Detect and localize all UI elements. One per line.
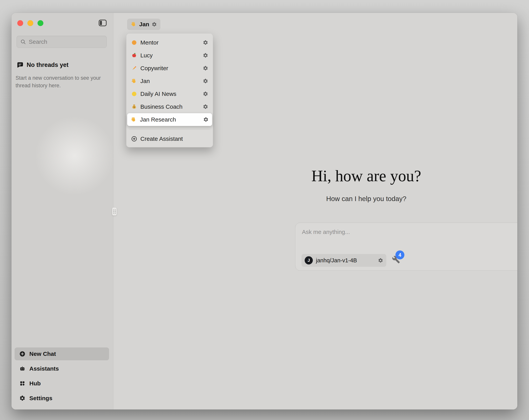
empty-state-subtitle: Start a new conversation to see your thr… — [15, 74, 102, 89]
assistant-menu-item-daily-ai-news[interactable]: Daily AI News — [128, 87, 212, 100]
apple-emoji — [131, 52, 137, 58]
assistant-menu-item-label: Daily AI News — [140, 91, 200, 97]
assistant-menu-item-label: Jan Research — [140, 116, 200, 123]
settings-label: Settings — [29, 395, 52, 402]
new-chat-label: New Chat — [29, 351, 56, 357]
create-assistant-button[interactable]: Create Assistant — [128, 132, 212, 145]
assistant-menu-item-copywriter[interactable]: Copywriter — [128, 62, 212, 75]
money-bag-emoji — [131, 104, 137, 110]
window-controls — [17, 20, 43, 26]
yellow-circle-emoji — [131, 91, 137, 97]
pencil-emoji — [131, 65, 137, 71]
minimize-window-button[interactable] — [27, 20, 33, 26]
orange-circle-emoji — [131, 40, 137, 46]
gear-icon[interactable] — [203, 53, 208, 58]
sidebar-nav: New Chat Assistants Hub Settings — [14, 348, 109, 405]
gear-icon — [19, 395, 26, 401]
gear-icon[interactable] — [203, 40, 208, 45]
background-blur-blob — [33, 114, 117, 198]
empty-state-header: No threads yet — [16, 61, 68, 68]
sidebar-item-assistants[interactable]: Assistants — [14, 362, 109, 375]
plus-circle-icon — [19, 351, 26, 357]
close-window-button[interactable] — [17, 20, 23, 26]
hub-label: Hub — [29, 380, 41, 387]
model-avatar: J — [305, 256, 313, 264]
search-input[interactable] — [29, 39, 104, 45]
model-selector[interactable]: J janhq/Jan-v1-4B — [302, 254, 386, 267]
assistant-menu-item-label: Jan — [140, 78, 200, 84]
sidebar-resize-handle[interactable] — [112, 207, 117, 216]
gear-icon[interactable] — [203, 117, 209, 122]
assistant-menu-item-lucy[interactable]: Lucy — [128, 49, 212, 62]
wave-emoji — [131, 21, 137, 27]
assistant-menu-item-label: Copywriter — [140, 65, 200, 72]
assistant-menu-item-jan[interactable]: Jan — [128, 75, 212, 87]
assistant-dropdown-menu: Mentor Lucy Copywriter Jan Daily AI News… — [126, 33, 213, 147]
sidebar-item-hub[interactable]: Hub — [14, 377, 109, 390]
search-field[interactable] — [16, 36, 107, 48]
empty-state-title: No threads yet — [27, 61, 68, 68]
create-assistant-label: Create Assistant — [140, 135, 208, 142]
gear-icon[interactable] — [203, 66, 208, 71]
wave-emoji — [131, 78, 137, 84]
gear-icon[interactable] — [203, 104, 208, 109]
chat-bubble-icon — [16, 61, 24, 68]
search-icon — [20, 39, 26, 45]
sidebar-item-settings[interactable]: Settings — [14, 392, 109, 405]
robot-icon — [19, 366, 26, 372]
tools-count-badge: 4 — [396, 250, 404, 259]
grid-icon — [19, 380, 26, 387]
wave-emoji — [131, 116, 137, 123]
assistant-menu-item-business-coach[interactable]: Business Coach — [128, 100, 212, 113]
greeting-title: Hi, how are you? — [215, 167, 517, 185]
assistant-menu-item-label: Business Coach — [140, 103, 200, 110]
assistant-menu-item-jan-research[interactable]: Jan Research — [127, 113, 212, 126]
app-window: No threads yet Start a new conversation … — [12, 13, 517, 409]
assistant-switcher[interactable]: Jan — [127, 19, 160, 30]
gear-icon[interactable] — [203, 91, 208, 97]
assistant-menu-item-mentor[interactable]: Mentor — [128, 36, 212, 49]
sidebar: No threads yet Start a new conversation … — [12, 13, 113, 409]
model-settings-gear-icon[interactable] — [378, 258, 383, 263]
plus-circle-icon — [131, 136, 137, 142]
current-assistant-name: Jan — [139, 21, 149, 27]
chat-composer: J janhq/Jan-v1-4B 4 — [295, 223, 517, 271]
tools-button[interactable]: 4 — [392, 256, 401, 264]
assistant-menu-item-label: Mentor — [140, 39, 200, 46]
menu-separator — [130, 129, 210, 129]
zoom-window-button[interactable] — [38, 20, 43, 26]
chat-input[interactable] — [295, 223, 517, 244]
model-name: janhq/Jan-v1-4B — [316, 257, 375, 264]
gear-icon[interactable] — [203, 78, 208, 84]
assistants-label: Assistants — [29, 365, 59, 372]
greeting-subtitle: How can I help you today? — [215, 195, 517, 203]
new-chat-button[interactable]: New Chat — [14, 348, 109, 360]
assistant-menu-item-label: Lucy — [140, 52, 200, 59]
assistant-settings-gear-icon[interactable] — [152, 22, 157, 27]
sidebar-toggle-icon[interactable] — [99, 19, 107, 27]
